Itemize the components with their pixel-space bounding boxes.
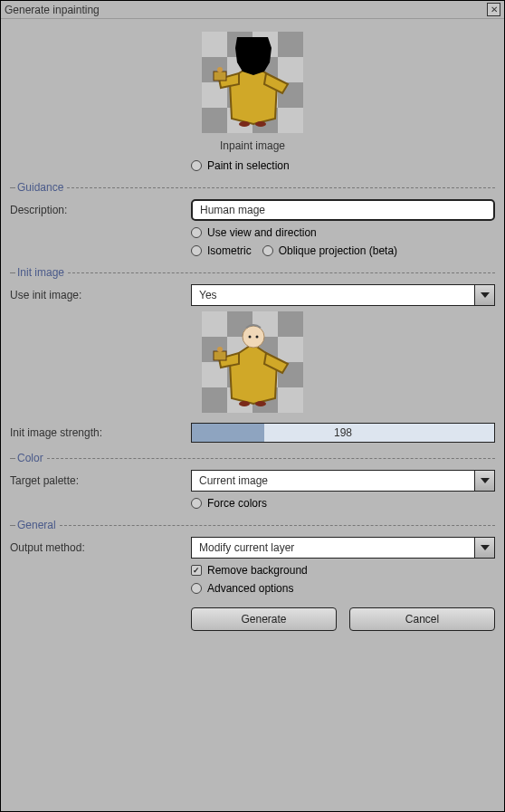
force-colors-checkbox[interactable]: Force colors [191, 497, 267, 510]
svg-rect-4 [214, 351, 226, 360]
dialog-content: Inpaint image Paint in selection Guidanc… [1, 19, 504, 644]
description-input[interactable] [191, 199, 495, 221]
general-legend: General [10, 519, 495, 531]
titlebar: Generate inpainting ✕ [1, 1, 504, 19]
svg-rect-0 [214, 72, 226, 81]
paint-in-selection-checkbox[interactable]: Paint in selection [191, 159, 290, 172]
svg-point-8 [243, 326, 264, 348]
paint-in-selection-label: Paint in selection [207, 159, 290, 172]
palette-select[interactable]: Current image [191, 470, 495, 492]
output-select[interactable]: Modify current layer [191, 537, 495, 559]
palette-value: Current image [192, 474, 474, 487]
oblique-checkbox[interactable]: Oblique projection (beta) [262, 244, 397, 257]
svg-point-10 [256, 336, 259, 339]
cancel-button[interactable]: Cancel [349, 607, 495, 631]
init-preview[interactable] [202, 311, 303, 413]
description-label: Description: [10, 204, 191, 216]
slider-fill [192, 424, 264, 442]
sprite-masked-icon [212, 37, 293, 128]
advanced-checkbox[interactable]: Advanced options [191, 582, 293, 595]
svg-point-3 [255, 121, 266, 127]
init-preview-block [10, 311, 495, 416]
output-value: Modify current layer [192, 541, 474, 554]
remove-bg-checkbox[interactable]: Remove background [191, 564, 308, 577]
generate-button[interactable]: Generate [191, 607, 337, 631]
use-view-checkbox[interactable]: Use view and direction [191, 226, 317, 239]
svg-point-1 [217, 67, 223, 72]
strength-slider[interactable]: 198 [191, 423, 495, 443]
strength-value: 198 [334, 426, 352, 439]
guidance-legend: Guidance [10, 181, 495, 194]
use-init-label: Use init image: [10, 289, 191, 301]
svg-point-5 [217, 347, 223, 352]
output-row: Output method: Modify current layer [10, 537, 495, 559]
svg-point-6 [239, 401, 250, 406]
output-label: Output method: [10, 541, 191, 554]
advanced-label: Advanced options [207, 582, 293, 595]
isometric-label: Isometric [207, 244, 252, 257]
use-init-select[interactable]: Yes [191, 284, 495, 306]
palette-row: Target palette: Current image [10, 470, 495, 492]
chevron-down-icon [474, 538, 494, 558]
color-legend: Color [10, 452, 495, 464]
chevron-down-icon [474, 471, 494, 491]
strength-label: Init image strength: [10, 426, 191, 439]
strength-row: Init image strength: 198 [10, 423, 495, 443]
init-legend: Init image [10, 266, 495, 279]
use-view-label: Use view and direction [207, 226, 317, 239]
description-row: Description: [10, 199, 495, 221]
dialog-window: Generate inpainting ✕ [0, 0, 505, 812]
oblique-label: Oblique projection (beta) [279, 244, 397, 257]
force-colors-label: Force colors [207, 497, 267, 510]
palette-label: Target palette: [10, 474, 191, 487]
remove-bg-label: Remove background [207, 564, 308, 577]
svg-point-7 [255, 401, 266, 406]
svg-point-2 [239, 121, 250, 127]
sprite-mage-icon [212, 317, 293, 407]
chevron-down-icon [474, 285, 494, 305]
use-init-row: Use init image: Yes [10, 284, 495, 306]
paint-in-selection-row: Paint in selection [10, 159, 495, 172]
window-title: Generate inpainting [5, 4, 100, 16]
isometric-checkbox[interactable]: Isometric [191, 244, 252, 257]
inpaint-preview-block: Inpaint image [10, 32, 495, 152]
use-init-value: Yes [192, 289, 474, 301]
inpaint-preview[interactable] [202, 32, 303, 133]
close-icon[interactable]: ✕ [487, 3, 500, 16]
svg-point-9 [249, 336, 252, 339]
inpaint-caption: Inpaint image [10, 139, 495, 152]
